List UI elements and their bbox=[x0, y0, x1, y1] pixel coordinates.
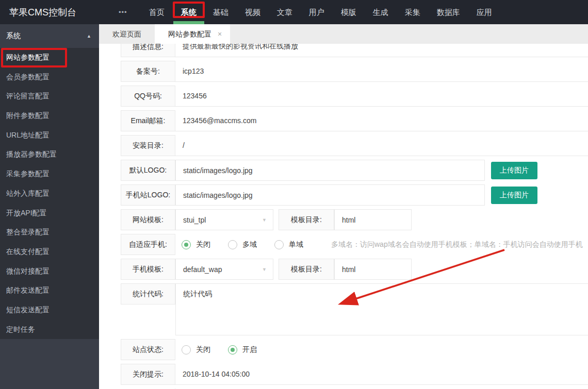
radio-option-open[interactable]: 开启 bbox=[228, 345, 257, 354]
upload-image-button[interactable]: 上传图片 bbox=[491, 162, 537, 179]
radio-option-multi-domain[interactable]: 多域 bbox=[228, 240, 257, 249]
chevron-down-icon: ▼ bbox=[262, 217, 267, 223]
field-label: 站点状态: bbox=[121, 339, 175, 360]
topnav-item-home[interactable]: 首页 bbox=[141, 0, 173, 24]
sidebar-item-member-config[interactable]: 会员参数配置 bbox=[0, 67, 99, 87]
topnav-item-template[interactable]: 模版 bbox=[333, 0, 365, 24]
topnav-item-system-label: 系统 bbox=[181, 8, 197, 16]
form-row-site-template: 网站模板: stui_tpl ▼ 模板目录: html bbox=[121, 209, 588, 230]
field-label: 自适应手机: bbox=[121, 234, 175, 255]
field-label: 手机模板: bbox=[121, 259, 175, 280]
description-input[interactable]: 提供最新最快的影视资讯和在线播放 bbox=[175, 44, 588, 57]
install-dir-input[interactable]: / bbox=[175, 135, 588, 156]
site-status-radio-group: 关闭 开启 bbox=[175, 339, 588, 360]
radio-checked-icon bbox=[228, 345, 237, 354]
radio-label: 单域 bbox=[289, 240, 303, 249]
radio-unchecked-icon bbox=[228, 240, 237, 249]
default-logo-input[interactable]: static/images/logo.jpg bbox=[175, 160, 485, 181]
qq-number-input[interactable]: 123456 bbox=[175, 86, 588, 107]
sidebar-menu: 网站参数配置 会员参数配置 评论留言配置 附件参数配置 URL地址配置 播放器参… bbox=[0, 48, 99, 339]
radio-label: 多域 bbox=[242, 240, 257, 249]
sidebar: 系统 ▲ 网站参数配置 会员参数配置 评论留言配置 附件参数配置 URL地址配置… bbox=[0, 24, 99, 389]
topnav-item-system[interactable]: 系统 bbox=[173, 0, 205, 24]
sidebar-item-player-config[interactable]: 播放器参数配置 bbox=[0, 145, 99, 164]
radio-label: 关闭 bbox=[196, 345, 210, 354]
upload-image-button[interactable]: 上传图片 bbox=[491, 187, 537, 204]
sidebar-item-email-config[interactable]: 邮件发送配置 bbox=[0, 281, 99, 300]
topnav-item-generate[interactable]: 生成 bbox=[365, 0, 397, 24]
form-row-default-logo: 默认LOGO: static/images/logo.jpg 上传图片 bbox=[121, 160, 588, 181]
close-tip-input[interactable]: 2018-10-14 04:05:00 bbox=[175, 364, 588, 385]
form-panel: 描述信息: 提供最新最快的影视资讯和在线播放 备案号: icp123 QQ号码:… bbox=[99, 44, 588, 389]
topbar: 苹果CMS控制台 ••• 首页 系统 基础 视频 文章 用户 模版 生成 采集 … bbox=[0, 0, 588, 24]
sidebar-item-url-config[interactable]: URL地址配置 bbox=[0, 126, 99, 145]
sidebar-group-title: 系统 bbox=[6, 31, 21, 41]
sidebar-item-scheduled-tasks[interactable]: 定时任务 bbox=[0, 320, 99, 340]
form-row-description: 描述信息: 提供最新最快的影视资讯和在线播放 bbox=[121, 44, 588, 57]
form-row-adaptive-mobile: 自适应手机: 关闭 多域 单域 多域名：访问wap域名会自动使用手机模板；单域名… bbox=[121, 234, 588, 255]
sidebar-item-external-import-config[interactable]: 站外入库配置 bbox=[0, 184, 99, 204]
form-row-site-status: 站点状态: 关闭 开启 bbox=[121, 339, 588, 360]
form-row-install-dir: 安装目录: / bbox=[121, 135, 588, 156]
topnav-item-article[interactable]: 文章 bbox=[269, 0, 301, 24]
radio-label: 开启 bbox=[242, 345, 257, 354]
sidebar-group-system[interactable]: 系统 ▲ bbox=[0, 24, 99, 48]
top-navigation: ••• 首页 系统 基础 视频 文章 用户 模版 生成 采集 数据库 应用 bbox=[119, 0, 500, 24]
sidebar-item-attachment-config[interactable]: 附件参数配置 bbox=[0, 106, 99, 126]
tab-site-config[interactable]: 网站参数配置 × bbox=[155, 24, 230, 44]
sidebar-item-open-api-config[interactable]: 开放API配置 bbox=[0, 204, 99, 223]
sidebar-item-sms-config[interactable]: 短信发送配置 bbox=[0, 300, 99, 320]
radio-unchecked-icon bbox=[274, 240, 284, 249]
form-row-qq: QQ号码: 123456 bbox=[121, 86, 588, 107]
active-nav-underline bbox=[173, 21, 204, 24]
site-template-select[interactable]: stui_tpl ▼ bbox=[175, 209, 273, 230]
sidebar-item-wechat-config[interactable]: 微信对接配置 bbox=[0, 262, 99, 281]
tabbar: 欢迎页面 网站参数配置 × bbox=[99, 24, 588, 44]
sidebar-item-integrated-login-config[interactable]: 整合登录配置 bbox=[0, 223, 99, 242]
field-label: 备案号: bbox=[121, 61, 175, 82]
select-value: stui_tpl bbox=[183, 216, 206, 224]
sidebar-item-comment-config[interactable]: 评论留言配置 bbox=[0, 87, 99, 106]
topnav-item-collect[interactable]: 采集 bbox=[397, 0, 429, 24]
app-title: 苹果CMS控制台 bbox=[0, 6, 99, 19]
mobile-template-select[interactable]: default_wap ▼ bbox=[175, 259, 273, 280]
icp-number-input[interactable]: icp123 bbox=[175, 61, 588, 82]
sidebar-item-label: 网站参数配置 bbox=[6, 53, 50, 61]
topnav-item-base[interactable]: 基础 bbox=[205, 0, 237, 24]
topnav-item-app[interactable]: 应用 bbox=[468, 0, 500, 24]
sidebar-item-online-pay-config[interactable]: 在线支付配置 bbox=[0, 242, 99, 262]
template-dir-input[interactable]: html bbox=[334, 209, 412, 230]
form-row-mobile-logo: 手机站LOGO: static/images/logo.jpg 上传图片 bbox=[121, 184, 588, 206]
field-label: 模板目录: bbox=[279, 209, 334, 230]
sidebar-item-collect-config[interactable]: 采集参数配置 bbox=[0, 164, 99, 184]
radio-checked-icon bbox=[182, 240, 191, 249]
field-label: 关闭提示: bbox=[121, 364, 175, 385]
topnav-item-video[interactable]: 视频 bbox=[237, 0, 269, 24]
topnav-item-database[interactable]: 数据库 bbox=[429, 0, 468, 24]
radio-unchecked-icon bbox=[182, 345, 191, 354]
mobile-template-dir-input[interactable]: html bbox=[334, 259, 412, 280]
field-label: 统计代码: bbox=[121, 283, 175, 305]
field-label: 默认LOGO: bbox=[121, 160, 175, 181]
topnav-item-user[interactable]: 用户 bbox=[301, 0, 333, 24]
mobile-logo-input[interactable]: static/images/logo.jpg bbox=[175, 184, 485, 206]
email-input[interactable]: 123456@maccms.com bbox=[175, 110, 588, 131]
field-label: 安装目录: bbox=[121, 135, 175, 156]
stats-code-textarea[interactable]: 统计代码 bbox=[175, 283, 588, 335]
form-row-email: Email邮箱: 123456@maccms.com bbox=[121, 110, 588, 131]
close-icon[interactable]: × bbox=[218, 24, 222, 44]
chevron-up-icon: ▲ bbox=[87, 33, 91, 39]
tab-welcome[interactable]: 欢迎页面 bbox=[99, 24, 155, 44]
sidebar-item-site-config[interactable]: 网站参数配置 bbox=[0, 48, 99, 67]
radio-option-close[interactable]: 关闭 bbox=[182, 240, 210, 249]
field-hint: 多域名：访问wap域名会自动使用手机模板；单域名：手机访问会自动使用手机 bbox=[331, 240, 583, 249]
form-row-mobile-template: 手机模板: default_wap ▼ 模板目录: html bbox=[121, 259, 588, 280]
form-row-icp: 备案号: icp123 bbox=[121, 61, 588, 82]
form-row-close-tip: 关闭提示: 2018-10-14 04:05:00 bbox=[121, 364, 588, 385]
radio-option-close[interactable]: 关闭 bbox=[182, 345, 210, 354]
chevron-down-icon: ▼ bbox=[262, 267, 267, 272]
field-label: 网站模板: bbox=[121, 209, 175, 230]
more-menu-icon[interactable]: ••• bbox=[119, 8, 127, 16]
radio-option-single-domain[interactable]: 单域 bbox=[274, 240, 303, 249]
select-value: default_wap bbox=[183, 265, 222, 274]
